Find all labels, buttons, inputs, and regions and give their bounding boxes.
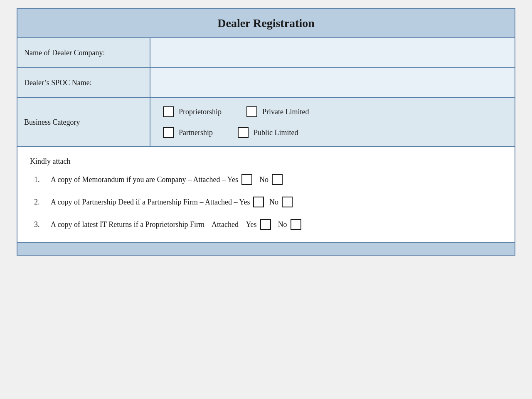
- dealer-company-input-cell: [150, 38, 515, 67]
- checkbox-partnership-label: Partnership: [179, 128, 213, 137]
- dealer-spoc-input[interactable]: [157, 76, 508, 84]
- attach-item-3-yes-checkbox[interactable]: [260, 219, 271, 230]
- attach-item-2-content: A copy of Partnership Deed if a Partners…: [51, 198, 250, 207]
- checkbox-public-limited: Public Limited: [238, 127, 298, 138]
- attach-item-2-no-label: No: [267, 198, 278, 207]
- form-header: Dealer Registration: [17, 9, 515, 38]
- attach-item-3-text: A copy of latest IT Returns if a Proprie…: [51, 219, 301, 230]
- attach-item-2-yes-checkbox[interactable]: [253, 197, 264, 207]
- attach-item-3-no-checkbox[interactable]: [291, 219, 301, 230]
- attach-item-2-no-checkbox[interactable]: [282, 197, 293, 207]
- attach-item-2: 2. A copy of Partnership Deed if a Partn…: [34, 197, 502, 207]
- checkbox-proprietorship-box[interactable]: [163, 106, 174, 117]
- attach-item-1-text: A copy of Memorandum if you are Company …: [51, 174, 283, 185]
- business-category-label: Business Category: [17, 98, 150, 146]
- dealer-spoc-row: Dealer’s SPOC Name:: [17, 68, 515, 98]
- dealer-spoc-input-cell: [150, 68, 515, 97]
- attach-item-1-no-checkbox[interactable]: [272, 174, 283, 185]
- attach-item-1: 1. A copy of Memorandum if you are Compa…: [34, 174, 502, 185]
- dealer-company-label: Name of Dealer Company:: [17, 38, 150, 67]
- attach-item-3: 3. A copy of latest IT Returns if a Prop…: [34, 219, 502, 230]
- attach-title: Kindly attach: [30, 157, 502, 166]
- attach-item-3-number: 3.: [34, 220, 51, 229]
- attach-list: 1. A copy of Memorandum if you are Compa…: [30, 174, 502, 230]
- attach-item-3-content: A copy of latest IT Returns if a Proprie…: [51, 220, 257, 229]
- checkbox-partnership-box[interactable]: [163, 127, 174, 138]
- attach-item-1-yes-checkbox[interactable]: [241, 174, 252, 185]
- dealer-registration-form: Dealer Registration Name of Dealer Compa…: [17, 8, 515, 256]
- checkbox-partnership: Partnership: [163, 127, 213, 138]
- checkbox-private-limited-label: Private Limited: [262, 108, 309, 116]
- attach-item-2-number: 2.: [34, 198, 51, 207]
- checkbox-proprietorship-label: Proprietorship: [179, 108, 222, 116]
- attach-item-1-no-label: No: [256, 175, 268, 184]
- dealer-company-row: Name of Dealer Company:: [17, 38, 515, 68]
- checkbox-private-limited: Private Limited: [246, 106, 309, 117]
- form-title: Dealer Registration: [217, 17, 315, 30]
- attach-section: Kindly attach 1. A copy of Memorandum if…: [17, 147, 515, 242]
- checkbox-public-limited-box[interactable]: [238, 127, 249, 138]
- checkbox-public-limited-label: Public Limited: [254, 128, 298, 137]
- dealer-spoc-label: Dealer’s SPOC Name:: [17, 68, 150, 97]
- form-footer: [17, 242, 515, 255]
- dealer-company-input[interactable]: [157, 47, 508, 54]
- checkbox-row-1: Proprietorship Private Limited: [163, 106, 502, 117]
- attach-item-2-text: A copy of Partnership Deed if a Partners…: [51, 197, 293, 207]
- attach-item-1-number: 1.: [34, 175, 51, 184]
- attach-item-1-content: A copy of Memorandum if you are Company …: [51, 175, 238, 184]
- checkbox-row-2: Partnership Public Limited: [163, 127, 502, 138]
- checkbox-private-limited-box[interactable]: [246, 106, 257, 117]
- business-category-row: Business Category Proprietorship Private…: [17, 98, 515, 147]
- attach-item-3-no-label: No: [274, 220, 287, 229]
- business-category-options: Proprietorship Private Limited Partnersh…: [150, 98, 515, 146]
- checkbox-proprietorship: Proprietorship: [163, 106, 222, 117]
